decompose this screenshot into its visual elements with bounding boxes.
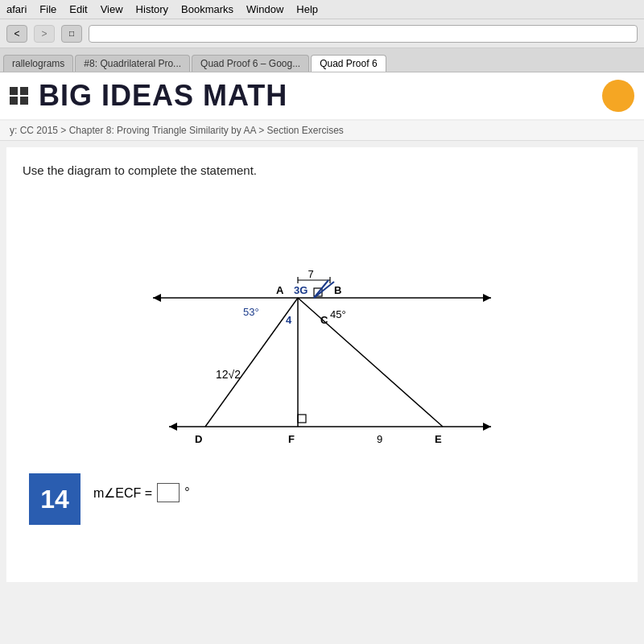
- svg-line-14: [314, 282, 334, 298]
- label-A: A: [276, 284, 284, 296]
- problem-number-box: 14: [29, 473, 80, 525]
- page-header: BIG IDEAS MATH: [0, 72, 644, 121]
- svg-marker-4: [169, 423, 177, 431]
- menu-view[interactable]: View: [101, 3, 123, 15]
- svg-marker-2: [483, 294, 491, 302]
- address-bar[interactable]: [89, 25, 638, 43]
- bottom-section: 14 m∠ECF = °: [23, 473, 621, 525]
- menu-safari[interactable]: afari: [6, 3, 27, 15]
- diagram-container: 7 A 3G B 53° 45° 4 C 12√2 D F 9 E: [121, 193, 523, 467]
- length-12sqrt2-label: 12√2: [216, 368, 241, 381]
- menu-bookmarks[interactable]: Bookmarks: [181, 3, 233, 15]
- label-G: 3G: [294, 284, 308, 296]
- menu-history[interactable]: History: [136, 3, 168, 15]
- length-7-label: 7: [308, 268, 313, 280]
- label-E: E: [435, 433, 442, 445]
- geometry-diagram: 7 A 3G B 53° 45° 4 C 12√2 D F 9 E: [121, 193, 523, 467]
- angle-53-label: 53°: [243, 306, 259, 318]
- tab-2[interactable]: Quad Proof 6 – Goog...: [192, 55, 309, 72]
- svg-marker-1: [153, 294, 161, 302]
- menu-window[interactable]: Window: [246, 3, 283, 15]
- label-D: D: [195, 433, 202, 445]
- forward-button[interactable]: >: [34, 25, 55, 43]
- problem-question: m∠ECF = °: [93, 483, 190, 502]
- tab-overview-button[interactable]: □: [61, 25, 82, 43]
- back-button[interactable]: <: [6, 25, 27, 43]
- tab-1[interactable]: #8: Quadrilateral Pro...: [75, 55, 190, 72]
- label-F: F: [288, 433, 295, 445]
- angle-45-label: 45°: [330, 308, 346, 320]
- label-B: B: [334, 284, 341, 296]
- svg-line-7: [298, 298, 443, 427]
- menu-bar: afari File Edit View History Bookmarks W…: [0, 0, 644, 19]
- problem-instruction: Use the diagram to complete the statemen…: [23, 163, 621, 177]
- logo-sun: [602, 80, 634, 112]
- svg-rect-9: [298, 415, 306, 423]
- length-9-label: 9: [377, 433, 382, 445]
- menu-edit[interactable]: Edit: [69, 3, 87, 15]
- menu-file[interactable]: File: [39, 3, 56, 15]
- svg-marker-5: [483, 423, 491, 431]
- answer-input-box[interactable]: [157, 483, 180, 502]
- tabs-bar: rallelograms #8: Quadrilateral Pro... Qu…: [0, 48, 644, 72]
- page-title: BIG IDEAS MATH: [39, 79, 287, 113]
- content-area: Use the diagram to complete the statemen…: [6, 147, 638, 582]
- logo-icon: [10, 87, 29, 105]
- tab-3[interactable]: Quad Proof 6: [311, 55, 386, 72]
- label-C: C: [320, 314, 328, 326]
- tab-0[interactable]: rallelograms: [3, 55, 73, 72]
- breadcrumb: y: CC 2015 > Chapter 8: Proving Triangle…: [0, 121, 644, 141]
- length-4-label: 4: [286, 314, 292, 326]
- nav-bar: < > □: [0, 19, 644, 48]
- menu-help[interactable]: Help: [296, 3, 318, 15]
